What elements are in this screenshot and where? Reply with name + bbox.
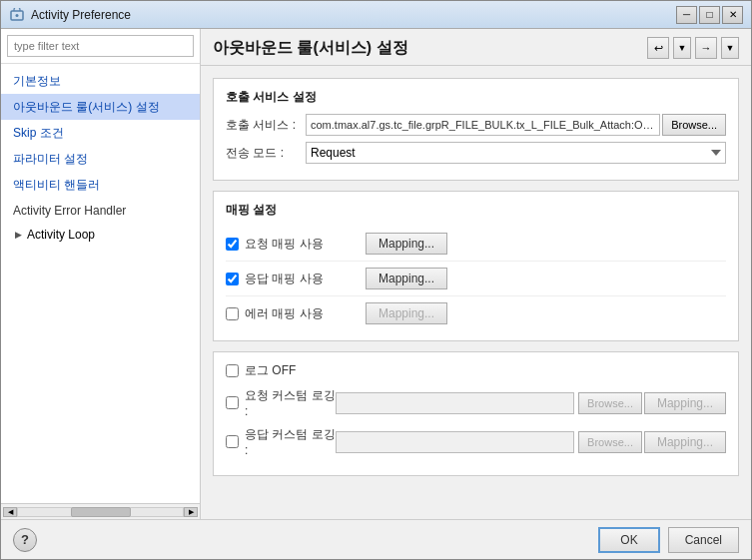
maximize-button[interactable]: □ [699,6,720,24]
error-mapping-label: 에러 매핑 사용 [245,305,324,322]
scroll-left-button[interactable]: ◀ [3,507,17,517]
request-mapping-checkbox[interactable] [226,238,239,251]
sidebar-item-activity-loop-label: Activity Loop [27,228,95,242]
error-mapping-checkbox[interactable] [226,307,239,320]
response-log-mapping-button[interactable]: Mapping... [644,431,726,453]
help-button[interactable]: ? [13,528,37,552]
request-log-label: 요청 커스텀 로깅 : [245,387,336,418]
service-input[interactable] [306,114,660,136]
request-log-mapping-button[interactable]: Mapping... [644,392,726,414]
error-mapping-row: 에러 매핑 사용 Mapping... [226,296,726,330]
back-button[interactable]: ↩ [647,37,669,59]
response-log-checkbox[interactable] [226,435,239,448]
sidebar: 기본정보 아웃바운드 룰(서비스) 설정 Skip 조건 파라미터 설정 액티비… [1,29,201,519]
log-off-checkbox[interactable] [226,364,239,377]
response-log-browse-button[interactable]: Browse... [578,431,642,453]
sidebar-item-activity-error-handler[interactable]: Activity Error Handler [1,198,200,224]
main-window: Activity Preference ─ □ ✕ 기본정보 아웃바운드 룰(서… [0,0,752,560]
error-mapping-checkbox-label[interactable]: 에러 매핑 사용 [226,305,366,322]
request-mapping-button[interactable]: Mapping... [366,233,447,255]
page-title: 아웃바운드 룰(서비스) 설정 [213,38,408,59]
request-mapping-label: 요청 매핑 사용 [245,236,324,253]
request-mapping-row: 요청 매핑 사용 Mapping... [226,227,726,262]
dialog-buttons: OK Cancel [598,527,739,553]
service-section: 호출 서비스 설정 호출 서비스 : Browse... 전송 모드 : Req… [213,78,739,181]
window-controls: ─ □ ✕ [676,6,743,24]
request-log-browse-button[interactable]: Browse... [578,392,642,414]
response-log-label: 응답 커스텀 로깅 : [245,426,336,457]
response-mapping-row: 응답 매핑 사용 Mapping... [226,262,726,296]
request-log-row: 요청 커스텀 로깅 : Browse... Mapping... [226,387,726,418]
error-mapping-button[interactable]: Mapping... [366,302,447,324]
response-mapping-checkbox[interactable] [226,273,239,285]
sidebar-scrollbar: ◀ ▶ [1,503,200,519]
search-box [1,29,200,64]
log-off-checkbox-label[interactable]: 로그 OFF [226,362,366,379]
close-button[interactable]: ✕ [722,6,743,24]
response-log-input[interactable] [336,431,574,453]
window-icon [9,7,25,23]
response-mapping-button[interactable]: Mapping... [366,268,447,289]
scroll-right-button[interactable]: ▶ [184,507,198,517]
bottom-bar: ? OK Cancel [1,519,751,559]
request-log-checkbox-label[interactable]: 요청 커스텀 로깅 : [226,387,336,418]
title-bar: Activity Preference ─ □ ✕ [1,1,751,29]
main-header: 아웃바운드 룰(서비스) 설정 ↩ ▼ → ▼ [201,29,751,66]
request-log-checkbox[interactable] [226,396,239,409]
scrollbar-thumb[interactable] [71,507,131,517]
mode-label: 전송 모드 : [226,145,306,162]
response-mapping-label: 응답 매핑 사용 [245,271,324,287]
window-title: Activity Preference [31,8,676,22]
response-mapping-checkbox-label[interactable]: 응답 매핑 사용 [226,271,366,287]
main-panel: 아웃바운드 룰(서비스) 설정 ↩ ▼ → ▼ 호출 서비스 설정 호출 서비스… [201,29,751,519]
request-mapping-checkbox-label[interactable]: 요청 매핑 사용 [226,236,366,253]
search-input[interactable] [7,35,194,57]
response-log-checkbox-label[interactable]: 응답 커스텀 로깅 : [226,426,336,457]
main-content: 호출 서비스 설정 호출 서비스 : Browse... 전송 모드 : Req… [201,66,751,519]
sidebar-item-skip-condition[interactable]: Skip 조건 [1,120,200,146]
service-row: 호출 서비스 : Browse... [226,114,726,136]
expand-arrow-icon: ▶ [13,230,23,240]
forward-button[interactable]: → [695,37,717,59]
service-section-title: 호출 서비스 설정 [226,89,726,106]
log-off-row: 로그 OFF [226,362,726,379]
sidebar-item-basic-info[interactable]: 기본정보 [1,68,200,94]
sidebar-item-activity-handler[interactable]: 액티비티 핸들러 [1,172,200,198]
log-off-label: 로그 OFF [245,362,296,379]
scrollbar-track [17,507,184,517]
service-browse-button[interactable]: Browse... [662,114,726,136]
sidebar-item-outbound-rule[interactable]: 아웃바운드 룰(서비스) 설정 [1,94,200,120]
request-log-input[interactable] [336,392,574,414]
minimize-button[interactable]: ─ [676,6,697,24]
mapping-section: 매핑 설정 요청 매핑 사용 Mapping... 응답 매핑 사용 [213,191,739,341]
response-log-row: 응답 커스텀 로깅 : Browse... Mapping... [226,426,726,457]
sidebar-item-parameter-settings[interactable]: 파라미터 설정 [1,146,200,172]
mode-row: 전송 모드 : Request Response One-Way [226,142,726,164]
mode-select[interactable]: Request Response One-Way [306,142,726,164]
forward-dropdown-button[interactable]: ▼ [721,37,739,59]
mapping-section-title: 매핑 설정 [226,202,726,219]
cancel-button[interactable]: Cancel [668,527,739,553]
nav-list: 기본정보 아웃바운드 룰(서비스) 설정 Skip 조건 파라미터 설정 액티비… [1,64,200,503]
toolbar: ↩ ▼ → ▼ [647,37,739,59]
service-label: 호출 서비스 : [226,117,306,134]
content-area: 기본정보 아웃바운드 룰(서비스) 설정 Skip 조건 파라미터 설정 액티비… [1,29,751,519]
back-dropdown-button[interactable]: ▼ [673,37,691,59]
sidebar-item-activity-loop[interactable]: ▶ Activity Loop [1,224,200,246]
options-section: 로그 OFF 요청 커스텀 로깅 : Browse... Mapping... [213,351,739,476]
ok-button[interactable]: OK [598,527,659,553]
svg-point-1 [16,14,19,17]
